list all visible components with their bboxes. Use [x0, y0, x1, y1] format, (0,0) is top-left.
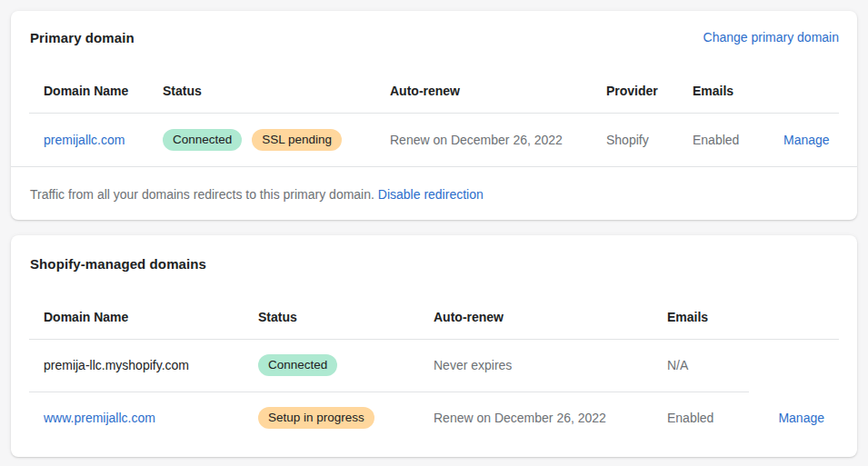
- redirect-info-footer: Traffic from all your domains redirects …: [11, 166, 857, 220]
- emails-cell: Enabled: [678, 114, 769, 166]
- manage-www-domain-link[interactable]: Manage: [778, 411, 824, 425]
- column-header-provider: Provider: [592, 65, 678, 114]
- manage-primary-domain-link[interactable]: Manage: [783, 133, 830, 147]
- redirect-info-text: Traffic from all your domains redirects …: [30, 187, 374, 202]
- connected-status-badge: Connected: [258, 354, 337, 376]
- column-header-actions: [749, 292, 839, 340]
- managed-domains-card-header: Shopify-managed domains: [11, 235, 857, 272]
- managed-domains-title: Shopify-managed domains: [30, 256, 206, 272]
- domain-name-cell: premija-llc.myshopify.com: [29, 339, 244, 392]
- ssl-pending-status-badge: SSL pending: [252, 129, 342, 151]
- primary-domain-card: Primary domain Change primary domain Dom…: [11, 11, 857, 220]
- column-header-status: Status: [148, 65, 375, 114]
- www-domain-link[interactable]: www.premijallc.com: [44, 411, 155, 425]
- column-header-auto-renew: Auto-renew: [375, 65, 592, 114]
- primary-domain-card-header: Primary domain Change primary domain: [11, 11, 857, 45]
- provider-cell: Shopify: [592, 114, 678, 166]
- auto-renew-cell: Renew on December 26, 2022: [419, 392, 653, 444]
- column-header-domain-name: Domain Name: [29, 292, 244, 340]
- column-header-actions: [769, 65, 839, 114]
- change-primary-domain-link[interactable]: Change primary domain: [703, 30, 839, 45]
- domain-name-cell: premijallc.com: [29, 114, 148, 166]
- status-cell: Setup in progress: [244, 392, 419, 444]
- auto-renew-cell: Renew on December 26, 2022: [375, 114, 592, 166]
- column-header-status: Status: [244, 292, 419, 340]
- managed-domains-table: Domain Name Status Auto-renew Emails pre…: [29, 292, 839, 445]
- manage-cell: [749, 339, 839, 392]
- primary-domain-table: Domain Name Status Auto-renew Provider E…: [29, 65, 839, 166]
- status-cell: Connected SSL pending: [148, 114, 375, 166]
- connected-status-badge: Connected: [163, 129, 242, 151]
- shopify-managed-domains-card: Shopify-managed domains Domain Name Stat…: [11, 235, 857, 458]
- primary-table-header-row: Domain Name Status Auto-renew Provider E…: [29, 65, 839, 114]
- column-header-emails: Emails: [653, 292, 749, 340]
- www-domain-row: www.premijallc.com Setup in progress Ren…: [29, 392, 839, 444]
- column-header-domain-name: Domain Name: [29, 65, 148, 114]
- disable-redirection-link[interactable]: Disable redirection: [378, 187, 484, 202]
- myshopify-domain-row: premija-llc.myshopify.com Connected Neve…: [29, 339, 839, 392]
- managed-table-header-row: Domain Name Status Auto-renew Emails: [29, 292, 839, 340]
- setup-in-progress-status-badge: Setup in progress: [258, 407, 374, 429]
- emails-cell: N/A: [653, 339, 749, 392]
- primary-domain-title: Primary domain: [30, 30, 135, 45]
- manage-cell: Manage: [749, 392, 839, 444]
- status-cell: Connected: [244, 339, 419, 392]
- domain-name-cell: www.premijallc.com: [29, 392, 244, 444]
- manage-cell: Manage: [769, 114, 839, 166]
- primary-domain-row: premijallc.com Connected SSL pending Ren…: [29, 114, 839, 166]
- emails-cell: Enabled: [653, 392, 749, 444]
- column-header-emails: Emails: [678, 65, 769, 114]
- column-header-auto-renew: Auto-renew: [419, 292, 653, 340]
- primary-domain-link[interactable]: premijallc.com: [44, 133, 125, 147]
- auto-renew-cell: Never expires: [419, 339, 653, 392]
